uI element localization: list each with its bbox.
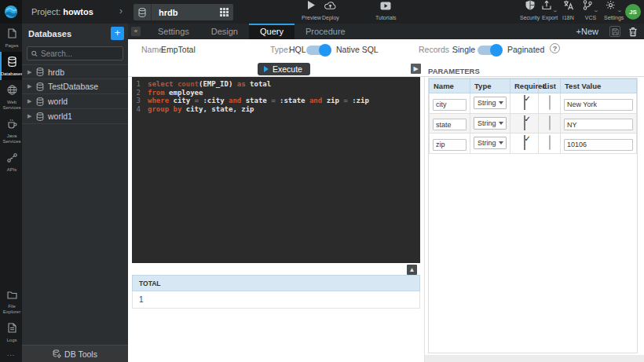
- database-search[interactable]: [27, 46, 123, 60]
- i18n-button[interactable]: I18N: [562, 2, 574, 20]
- param-row-city: String: [430, 93, 637, 114]
- tabs: SettingsDesignQueryProcedure: [147, 24, 357, 39]
- new-query-button[interactable]: +New: [576, 27, 598, 36]
- tab-procedure[interactable]: Procedure: [295, 24, 357, 39]
- param-type-select[interactable]: String: [474, 137, 507, 149]
- sidebar-item-pages[interactable]: Pages: [0, 24, 22, 52]
- sidebar-item-databases[interactable]: Databases: [0, 52, 22, 80]
- expand-params-button[interactable]: ▶: [411, 64, 421, 74]
- database-tree-item-world[interactable]: ▶world: [22, 94, 128, 109]
- sidebar-item-file-explorer[interactable]: FileExplorer: [0, 284, 22, 318]
- param-required-checkbox[interactable]: [524, 115, 525, 130]
- sidebar-item-apis[interactable]: APIs: [0, 148, 22, 176]
- save-icon: [612, 28, 619, 35]
- database-tree-item-hrdb[interactable]: ▶hrdb: [22, 64, 128, 79]
- i18n-label: I18N: [562, 15, 574, 20]
- vcs-button[interactable]: ⌄VCS: [583, 2, 598, 20]
- select-caret-icon: [499, 141, 503, 144]
- line-number: 4: [132, 105, 148, 114]
- records-toggle[interactable]: [478, 46, 501, 55]
- database-tree-item-world1[interactable]: ▶world1: [22, 109, 128, 124]
- app-window: Project: howtos › hrdb PreviewDeployTuto…: [0, 0, 644, 362]
- deploy-button[interactable]: Deploy: [322, 2, 339, 20]
- database-search-input[interactable]: [41, 49, 119, 58]
- select-caret-icon: [499, 122, 503, 125]
- export-button[interactable]: ⌄Export: [542, 2, 558, 20]
- param-test-value-input[interactable]: [564, 119, 633, 130]
- query-name-value[interactable]: EmpTotal: [161, 45, 196, 54]
- tutorials-button[interactable]: Tutorials: [375, 2, 397, 20]
- database-selector-value: hrdb: [152, 8, 214, 17]
- expand-caret-icon[interactable]: ▶: [27, 69, 34, 75]
- collapse-editor-button[interactable]: ▲: [407, 265, 417, 275]
- database-icon: [134, 4, 152, 20]
- database-name: world: [48, 97, 68, 106]
- vcs-icon: [583, 0, 592, 13]
- param-list-checkbox[interactable]: [549, 135, 551, 150]
- database-selector[interactable]: hrdb: [134, 4, 233, 20]
- code-line-4: 4group by city, state, zip: [132, 105, 420, 114]
- tabbar-actions: +New: [576, 24, 644, 39]
- tab-settings[interactable]: Settings: [147, 24, 200, 39]
- param-required-checkbox[interactable]: [524, 135, 525, 150]
- deploy-icon: [324, 0, 336, 13]
- preview-button[interactable]: Preview: [302, 2, 321, 20]
- settings-icon: [606, 0, 616, 13]
- results-row: 1: [132, 291, 420, 309]
- param-name-input[interactable]: [433, 99, 467, 111]
- sidebar-item-java-services[interactable]: JavaServices: [0, 114, 22, 148]
- param-type-select[interactable]: String: [474, 117, 507, 130]
- save-button[interactable]: [609, 26, 620, 37]
- sidebar-item-web-services[interactable]: WebServices: [0, 80, 22, 114]
- rail-spacer: [0, 176, 22, 284]
- user-avatar[interactable]: JS: [625, 4, 641, 20]
- code-line-2: 2from employee: [132, 89, 420, 97]
- tab-design[interactable]: Design: [200, 24, 249, 39]
- database-tree-item-TestDatabase[interactable]: ▶TestDatabase: [22, 79, 128, 94]
- query-type-on-label: Native SQL: [336, 45, 379, 54]
- expand-caret-icon[interactable]: ▶: [27, 113, 34, 119]
- param-test-value-input[interactable]: [564, 99, 633, 111]
- param-type-select[interactable]: String: [474, 97, 507, 109]
- database-grid-icon[interactable]: [214, 8, 233, 16]
- results-column-header: TOTAL: [132, 275, 420, 291]
- param-required-checkbox[interactable]: [524, 95, 525, 110]
- collapse-panel-button[interactable]: «: [131, 27, 141, 36]
- deploy-label: Deploy: [322, 15, 339, 20]
- expand-caret-icon[interactable]: ▶: [27, 83, 34, 90]
- param-test-value-input[interactable]: [564, 139, 633, 151]
- logs-icon: [8, 322, 16, 336]
- param-col-required: Required: [510, 79, 539, 93]
- tab-query[interactable]: Query: [249, 24, 295, 39]
- project-breadcrumb: Project: howtos: [31, 0, 93, 24]
- param-list-checkbox[interactable]: [549, 115, 551, 130]
- security-icon: [525, 0, 535, 13]
- param-name-input[interactable]: [433, 119, 467, 130]
- delete-button[interactable]: [628, 27, 638, 37]
- db-tools-button[interactable]: DB Tools: [22, 345, 128, 362]
- settings-button[interactable]: ⌄Settings: [604, 2, 624, 20]
- database-icon: [36, 112, 44, 121]
- param-list-checkbox[interactable]: [549, 95, 551, 110]
- tutorials-label: Tutorials: [375, 15, 397, 20]
- execute-button[interactable]: Execute: [258, 63, 310, 75]
- app-logo[interactable]: [0, 0, 22, 24]
- sidebar-item-logs[interactable]: Logs: [0, 318, 22, 346]
- query-type-toggle[interactable]: [306, 46, 330, 55]
- add-database-button[interactable]: +: [111, 27, 124, 40]
- sql-editor[interactable]: 1select count(EMP_ID) as total2from empl…: [132, 77, 420, 263]
- param-col-name: Name: [430, 79, 470, 93]
- database-name: TestDatabase: [48, 82, 98, 91]
- help-icon[interactable]: ?: [550, 43, 560, 53]
- rail-more-button[interactable]: ...: [0, 346, 22, 362]
- code-text: select count(EMP_ID) as total: [148, 80, 271, 89]
- query-type-toggle-knob: [319, 44, 331, 57]
- wavemaker-logo-icon: [4, 5, 18, 19]
- param-name-input[interactable]: [433, 139, 467, 151]
- database-icon: [36, 97, 44, 106]
- breadcrumb-chevron-icon: ›: [119, 5, 123, 16]
- expand-caret-icon[interactable]: ▶: [27, 98, 34, 104]
- code-text: from employee: [148, 89, 203, 97]
- sidebar-item-label: Logs: [6, 338, 16, 343]
- security-button[interactable]: Security: [520, 2, 540, 20]
